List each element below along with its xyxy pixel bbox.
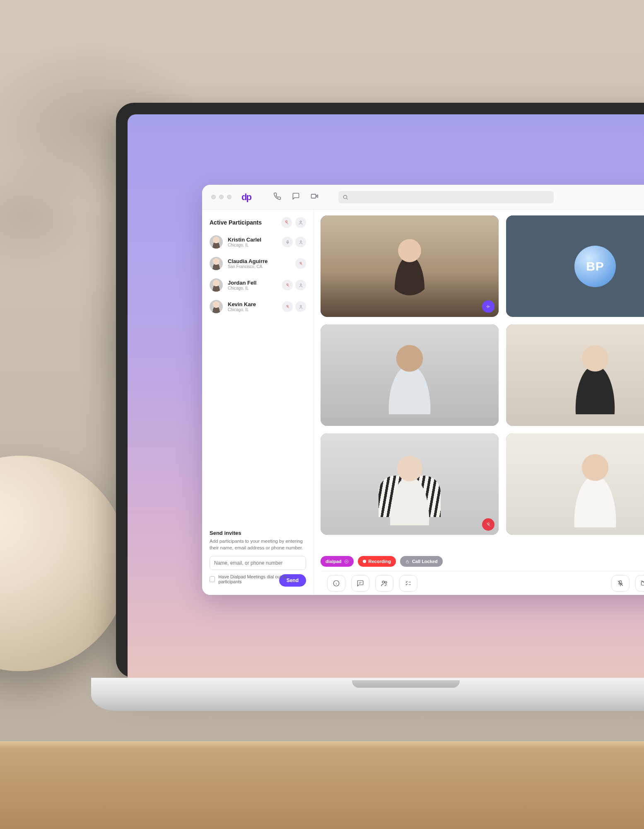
participant-row[interactable]: Kristin Carlel Chicago, IL — [202, 231, 314, 253]
video-grid: BP — [321, 215, 644, 550]
participant-video — [321, 433, 499, 535]
participant-name: Kristin Carlel — [228, 237, 277, 243]
svg-point-10 — [345, 560, 348, 563]
info-button[interactable] — [327, 575, 345, 592]
svg-point-1 — [300, 221, 301, 222]
person-icon[interactable] — [295, 280, 306, 290]
participants-button[interactable] — [375, 575, 393, 592]
mic-muted-icon[interactable] — [282, 280, 293, 290]
participant-video — [506, 324, 644, 426]
mute-all-button[interactable] — [281, 217, 292, 228]
participant-row[interactable]: Jordan Fell Chicago, IL — [202, 274, 314, 296]
video-tile[interactable] — [321, 324, 499, 426]
recording-pill[interactable]: Recording — [358, 556, 396, 567]
svg-rect-16 — [642, 581, 644, 585]
video-icon[interactable] — [311, 192, 318, 202]
sidebar: Active Participants — [202, 210, 314, 595]
svg-rect-2 — [287, 240, 288, 242]
window-controls[interactable] — [211, 195, 232, 199]
call-locked-pill[interactable]: Call Locked — [400, 556, 443, 567]
add-person-button[interactable] — [295, 217, 306, 228]
participant-name: Kevin Kare — [228, 301, 277, 307]
search-input[interactable] — [338, 191, 554, 203]
participant-name: Jordan Fell — [228, 280, 277, 286]
avatar — [210, 235, 223, 249]
person-icon[interactable] — [295, 301, 306, 312]
video-content: BP — [314, 210, 644, 595]
phone-icon[interactable] — [273, 192, 281, 202]
video-tile[interactable] — [506, 324, 644, 426]
window-maximize-icon[interactable] — [227, 195, 232, 199]
participant-video — [321, 324, 499, 426]
participant-location: Chicago, IL — [228, 307, 277, 312]
svg-point-14 — [385, 581, 387, 583]
participant-location: San Francisco, CA — [228, 264, 290, 269]
mic-muted-icon[interactable] — [295, 258, 306, 269]
video-tile[interactable]: BP — [506, 215, 644, 317]
mic-muted-icon[interactable] — [282, 301, 293, 312]
chat-icon[interactable] — [292, 192, 300, 202]
brand-pill[interactable]: dialpad — [321, 556, 354, 567]
svg-point-3 — [300, 240, 301, 242]
app-window: dp Active Participants — [202, 185, 644, 595]
meeting-toolbar — [321, 571, 644, 595]
svg-point-13 — [382, 581, 384, 583]
participant-video — [321, 215, 499, 317]
laptop-frame: dp Active Participants — [116, 103, 644, 711]
participant-location: Chicago, IL — [228, 243, 277, 247]
status-bar: dialpad Recording Call Locked — [321, 550, 644, 571]
brand-logo: dp — [241, 192, 251, 203]
sidebar-title: Active Participants — [210, 219, 262, 226]
dial-out-checkbox[interactable] — [210, 576, 215, 582]
participant-name: Claudia Aguirre — [228, 258, 290, 264]
muted-icon — [482, 518, 494, 531]
participant-video — [506, 433, 644, 535]
svg-rect-0 — [311, 194, 316, 198]
avatar — [210, 300, 223, 313]
avatar — [210, 257, 223, 270]
invite-description: Add participants to your meeting by ente… — [210, 538, 306, 551]
mic-toggle-button[interactable] — [611, 575, 630, 592]
invite-input[interactable] — [210, 556, 306, 570]
participant-row[interactable]: Kevin Kare Chicago, IL — [202, 296, 314, 317]
participant-location: Chicago, IL — [228, 286, 277, 290]
video-tile[interactable] — [506, 433, 644, 535]
participant-row[interactable]: Claudia Aguirre San Francisco, CA — [202, 253, 314, 274]
dial-out-label: Have Dialpad Meetings dial out to partic… — [218, 574, 306, 584]
video-tile[interactable] — [321, 433, 499, 535]
decor-desk — [0, 746, 644, 829]
invite-title: Send invites — [210, 530, 306, 536]
person-icon[interactable] — [295, 237, 306, 247]
avatar — [210, 278, 223, 292]
mic-icon[interactable] — [282, 237, 293, 247]
avatar-initials: BP — [574, 246, 616, 287]
chat-button[interactable] — [351, 575, 369, 592]
tasks-button[interactable] — [399, 575, 417, 592]
invite-section: Send invites Add participants to your me… — [202, 523, 314, 595]
video-tile[interactable] — [321, 215, 499, 317]
speaking-icon — [482, 300, 494, 313]
svg-rect-11 — [406, 561, 409, 563]
titlebar: dp — [202, 185, 644, 210]
window-minimize-icon[interactable] — [219, 195, 224, 199]
camera-toggle-button[interactable] — [635, 575, 644, 592]
window-close-icon[interactable] — [211, 195, 216, 199]
participant-video: BP — [506, 215, 644, 317]
svg-point-8 — [300, 305, 301, 307]
svg-point-6 — [300, 283, 301, 285]
